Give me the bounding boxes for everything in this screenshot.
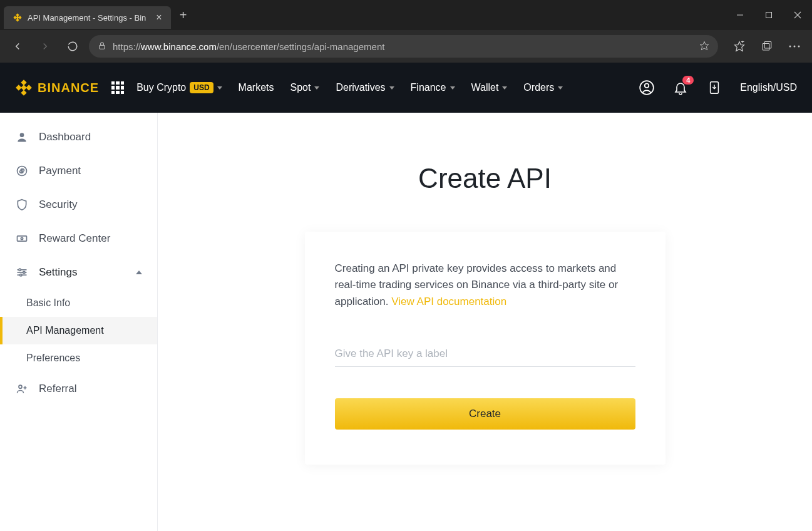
sidebar-label: Security xyxy=(39,198,77,211)
page-title: Create API xyxy=(418,163,552,194)
notification-icon[interactable]: 4 xyxy=(672,80,689,96)
svg-point-34 xyxy=(19,269,21,271)
collections-button[interactable] xyxy=(756,35,778,58)
sidebar: Dashboard Payment Security Reward Center… xyxy=(0,113,158,531)
sidebar-label: Referral xyxy=(39,383,76,395)
svg-point-16 xyxy=(789,46,791,48)
svg-marker-21 xyxy=(16,85,21,90)
window-controls xyxy=(726,0,812,30)
sidebar-item-dashboard[interactable]: Dashboard xyxy=(0,120,157,154)
sidebar-label: Payment xyxy=(39,165,81,177)
svg-rect-6 xyxy=(766,13,772,18)
url-input[interactable]: https://www.binance.com/en/usercenter/se… xyxy=(89,35,718,58)
svg-marker-19 xyxy=(21,80,26,85)
url-text: https://www.binance.com/en/usercenter/se… xyxy=(113,41,693,52)
minimize-button[interactable] xyxy=(726,0,754,30)
view-api-docs-link[interactable]: View API documentation xyxy=(391,296,506,307)
download-icon[interactable] xyxy=(706,80,722,96)
svg-point-18 xyxy=(798,46,800,48)
svg-rect-9 xyxy=(100,45,105,49)
site-header: BINANCE Buy CryptoUSD Markets Spot Deriv… xyxy=(0,63,812,113)
create-button[interactable]: Create xyxy=(335,398,635,430)
sidebar-label: Reward Center xyxy=(39,232,110,245)
svg-marker-23 xyxy=(21,85,26,90)
caret-down-icon xyxy=(450,86,455,90)
caret-down-icon xyxy=(217,86,222,90)
notification-badge: 4 xyxy=(682,76,694,85)
shield-icon xyxy=(15,198,29,212)
refresh-button[interactable] xyxy=(61,35,84,58)
maximize-button[interactable] xyxy=(754,0,783,30)
nav-wallet[interactable]: Wallet xyxy=(471,82,508,93)
sidebar-sub-basic-info[interactable]: Basic Info xyxy=(0,289,157,317)
caret-down-icon xyxy=(314,86,319,90)
favorite-icon[interactable] xyxy=(699,41,709,53)
back-button[interactable] xyxy=(6,35,29,58)
sliders-icon xyxy=(15,266,29,279)
nav-menu: Buy CryptoUSD Markets Spot Derivatives F… xyxy=(136,82,563,93)
address-bar: https://www.binance.com/en/usercenter/se… xyxy=(0,30,812,63)
usd-badge: USD xyxy=(190,82,213,93)
svg-marker-20 xyxy=(21,90,26,96)
sidebar-item-settings[interactable]: Settings xyxy=(0,255,157,289)
tab-title: API Management - Settings - Bin xyxy=(28,13,146,23)
more-button[interactable] xyxy=(783,35,806,58)
sidebar-sub-api-management[interactable]: API Management xyxy=(0,317,157,344)
sidebar-item-reward-center[interactable]: Reward Center xyxy=(0,222,157,255)
svg-point-25 xyxy=(645,84,649,88)
nav-finance[interactable]: Finance xyxy=(411,82,455,93)
caret-down-icon xyxy=(502,86,507,90)
svg-point-27 xyxy=(20,133,24,137)
nav-derivatives[interactable]: Derivatives xyxy=(336,82,394,93)
account-icon[interactable] xyxy=(639,80,655,96)
svg-point-17 xyxy=(794,46,796,48)
nav-markets[interactable]: Markets xyxy=(239,82,274,93)
caret-down-icon xyxy=(558,86,563,90)
binance-logo[interactable]: BINANCE xyxy=(15,79,99,96)
brand-text: BINANCE xyxy=(38,81,99,95)
lock-icon xyxy=(98,41,106,52)
svg-point-35 xyxy=(23,271,25,273)
language-currency-selector[interactable]: English/USD xyxy=(740,82,797,93)
favorites-button[interactable] xyxy=(728,35,751,58)
new-tab-button[interactable]: + xyxy=(180,8,187,23)
settings-submenu: Basic Info API Management Preferences xyxy=(0,289,157,372)
svg-rect-15 xyxy=(764,42,771,49)
sidebar-label: Settings xyxy=(39,266,77,279)
apps-grid-icon[interactable] xyxy=(111,81,124,94)
close-window-button[interactable] xyxy=(783,0,812,30)
sidebar-item-payment[interactable]: Payment xyxy=(0,154,157,188)
sidebar-item-security[interactable]: Security xyxy=(0,188,157,222)
user-icon xyxy=(15,130,29,144)
api-label-input[interactable] xyxy=(335,341,635,367)
svg-marker-22 xyxy=(26,85,32,90)
favicon-icon xyxy=(13,13,23,23)
nav-orders[interactable]: Orders xyxy=(523,82,563,93)
caret-up-icon xyxy=(136,271,142,274)
svg-point-36 xyxy=(20,274,22,276)
close-tab-icon[interactable]: × xyxy=(156,12,162,23)
svg-point-30 xyxy=(21,237,23,239)
svg-rect-29 xyxy=(18,236,27,241)
svg-marker-4 xyxy=(16,16,19,19)
caret-down-icon xyxy=(389,86,394,90)
create-api-card: Creating an API private key provides acc… xyxy=(305,232,666,465)
card-description: Creating an API private key provides acc… xyxy=(335,260,635,310)
content-area: Dashboard Payment Security Reward Center… xyxy=(0,113,812,531)
sidebar-item-referral[interactable]: Referral xyxy=(0,372,157,406)
ticket-icon xyxy=(15,232,29,245)
main-content: Create API Creating an API private key p… xyxy=(158,113,812,531)
svg-point-37 xyxy=(19,385,22,388)
browser-tab[interactable]: API Management - Settings - Bin × xyxy=(4,6,171,29)
nav-buy-crypto[interactable]: Buy CryptoUSD xyxy=(136,82,222,93)
referral-icon xyxy=(15,382,29,396)
svg-rect-14 xyxy=(763,44,769,51)
sidebar-label: Dashboard xyxy=(39,131,91,143)
browser-chrome: API Management - Settings - Bin × + http… xyxy=(0,0,812,63)
svg-marker-10 xyxy=(700,41,708,49)
nav-spot[interactable]: Spot xyxy=(290,82,320,93)
dollar-icon xyxy=(15,164,29,178)
tab-bar: API Management - Settings - Bin × + xyxy=(0,0,812,30)
sidebar-sub-preferences[interactable]: Preferences xyxy=(0,344,157,372)
forward-button[interactable] xyxy=(34,35,56,58)
